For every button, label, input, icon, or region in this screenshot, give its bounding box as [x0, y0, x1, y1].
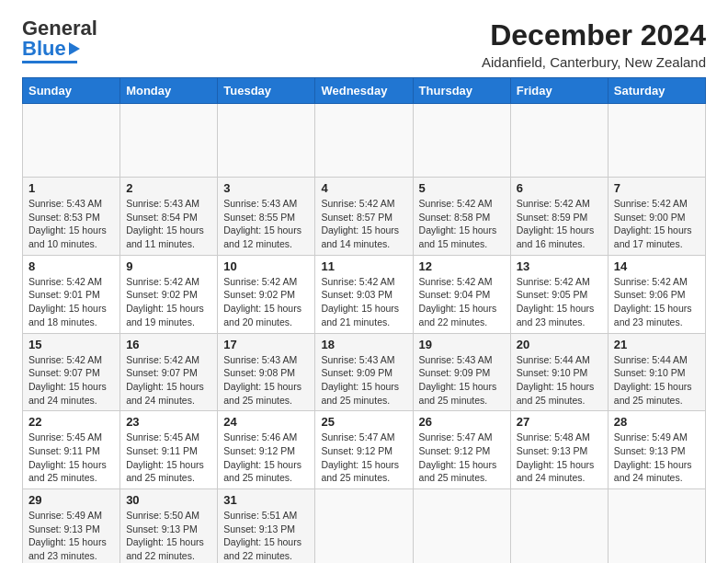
- calendar-cell: 7Sunrise: 5:42 AM Sunset: 9:00 PM Daylig…: [608, 178, 705, 256]
- calendar-cell: 26Sunrise: 5:47 AM Sunset: 9:12 PM Dayli…: [413, 411, 510, 489]
- calendar-cell: 6Sunrise: 5:42 AM Sunset: 8:59 PM Daylig…: [510, 178, 608, 256]
- day-number: 28: [614, 415, 700, 429]
- calendar-cell: 30Sunrise: 5:50 AM Sunset: 9:13 PM Dayli…: [120, 489, 218, 564]
- cell-content: Sunrise: 5:43 AM Sunset: 8:53 PM Dayligh…: [28, 197, 114, 251]
- day-number: 17: [223, 338, 309, 351]
- calendar-header-monday: Monday: [120, 78, 218, 104]
- calendar-cell: 10Sunrise: 5:42 AM Sunset: 9:02 PM Dayli…: [218, 255, 315, 333]
- cell-content: Sunrise: 5:43 AM Sunset: 9:09 PM Dayligh…: [321, 353, 406, 408]
- calendar-cell: 14Sunrise: 5:42 AM Sunset: 9:06 PM Dayli…: [608, 255, 705, 333]
- cell-content: Sunrise: 5:49 AM Sunset: 9:13 PM Dayligh…: [28, 509, 114, 563]
- calendar-cell: [413, 104, 510, 178]
- cell-content: Sunrise: 5:48 AM Sunset: 9:13 PM Dayligh…: [517, 431, 602, 485]
- calendar-header-sunday: Sunday: [23, 78, 120, 104]
- calendar-header-friday: Friday: [510, 78, 608, 104]
- day-number: 11: [321, 259, 406, 273]
- calendar-cell: 3Sunrise: 5:43 AM Sunset: 8:55 PM Daylig…: [218, 178, 315, 256]
- calendar-header-saturday: Saturday: [608, 78, 705, 104]
- day-number: 12: [419, 259, 505, 273]
- day-number: 29: [28, 493, 114, 507]
- calendar-week-row: 15Sunrise: 5:42 AM Sunset: 9:07 PM Dayli…: [23, 333, 706, 411]
- calendar-cell: 29Sunrise: 5:49 AM Sunset: 9:13 PM Dayli…: [23, 489, 120, 564]
- day-number: 20: [517, 338, 602, 351]
- day-number: 2: [126, 181, 211, 195]
- calendar-cell: 24Sunrise: 5:46 AM Sunset: 9:12 PM Dayli…: [218, 411, 315, 489]
- calendar-cell: 19Sunrise: 5:43 AM Sunset: 9:09 PM Dayli…: [413, 333, 510, 411]
- calendar-cell: [510, 104, 608, 178]
- cell-content: Sunrise: 5:44 AM Sunset: 9:10 PM Dayligh…: [614, 353, 700, 408]
- cell-content: Sunrise: 5:49 AM Sunset: 9:13 PM Dayligh…: [614, 431, 700, 485]
- cell-content: Sunrise: 5:42 AM Sunset: 9:07 PM Dayligh…: [126, 353, 211, 408]
- calendar-week-row: 1Sunrise: 5:43 AM Sunset: 8:53 PM Daylig…: [23, 178, 706, 256]
- cell-content: Sunrise: 5:47 AM Sunset: 9:12 PM Dayligh…: [419, 431, 505, 485]
- calendar-cell: 2Sunrise: 5:43 AM Sunset: 8:54 PM Daylig…: [120, 178, 218, 256]
- day-number: 3: [223, 181, 309, 195]
- logo-underline: [22, 61, 77, 63]
- calendar-week-row: 29Sunrise: 5:49 AM Sunset: 9:13 PM Dayli…: [23, 489, 706, 564]
- calendar-cell: 18Sunrise: 5:43 AM Sunset: 9:09 PM Dayli…: [315, 333, 413, 411]
- day-number: 25: [321, 415, 406, 429]
- calendar-cell: [608, 489, 705, 564]
- day-number: 18: [321, 338, 406, 351]
- cell-content: Sunrise: 5:43 AM Sunset: 9:08 PM Dayligh…: [223, 353, 309, 408]
- cell-content: Sunrise: 5:50 AM Sunset: 9:13 PM Dayligh…: [126, 509, 211, 563]
- day-number: 10: [223, 259, 309, 273]
- calendar-cell: 23Sunrise: 5:45 AM Sunset: 9:11 PM Dayli…: [120, 411, 218, 489]
- cell-content: Sunrise: 5:45 AM Sunset: 9:11 PM Dayligh…: [28, 431, 114, 485]
- cell-content: Sunrise: 5:42 AM Sunset: 9:05 PM Dayligh…: [517, 275, 602, 329]
- cell-content: Sunrise: 5:47 AM Sunset: 9:12 PM Dayligh…: [321, 431, 406, 485]
- calendar-cell: 21Sunrise: 5:44 AM Sunset: 9:10 PM Dayli…: [608, 333, 705, 411]
- day-number: 22: [28, 415, 114, 429]
- calendar-cell: 9Sunrise: 5:42 AM Sunset: 9:02 PM Daylig…: [120, 255, 218, 333]
- calendar-cell: [315, 489, 413, 564]
- calendar-cell: 16Sunrise: 5:42 AM Sunset: 9:07 PM Dayli…: [120, 333, 218, 411]
- header: General Blue December 2024 Aidanfield, C…: [22, 18, 706, 70]
- day-number: 24: [223, 415, 309, 429]
- calendar-cell: [120, 104, 218, 178]
- calendar-cell: 28Sunrise: 5:49 AM Sunset: 9:13 PM Dayli…: [608, 411, 705, 489]
- day-number: 9: [126, 259, 211, 273]
- location-title: Aidanfield, Canterbury, New Zealand: [482, 54, 706, 70]
- cell-content: Sunrise: 5:43 AM Sunset: 8:55 PM Dayligh…: [223, 197, 309, 251]
- calendar-cell: [218, 104, 315, 178]
- calendar-cell: 15Sunrise: 5:42 AM Sunset: 9:07 PM Dayli…: [23, 333, 120, 411]
- calendar-cell: 27Sunrise: 5:48 AM Sunset: 9:13 PM Dayli…: [510, 411, 608, 489]
- cell-content: Sunrise: 5:51 AM Sunset: 9:13 PM Dayligh…: [223, 509, 309, 563]
- calendar-table: SundayMondayTuesdayWednesdayThursdayFrid…: [22, 77, 706, 563]
- day-number: 16: [126, 338, 211, 351]
- day-number: 19: [419, 338, 505, 351]
- cell-content: Sunrise: 5:43 AM Sunset: 9:09 PM Dayligh…: [419, 353, 505, 408]
- cell-content: Sunrise: 5:42 AM Sunset: 9:03 PM Dayligh…: [321, 275, 406, 329]
- cell-content: Sunrise: 5:42 AM Sunset: 9:07 PM Dayligh…: [28, 353, 114, 408]
- calendar-cell: 12Sunrise: 5:42 AM Sunset: 9:04 PM Dayli…: [413, 255, 510, 333]
- logo-blue: Blue: [22, 39, 66, 59]
- cell-content: Sunrise: 5:44 AM Sunset: 9:10 PM Dayligh…: [517, 353, 602, 408]
- calendar-cell: 20Sunrise: 5:44 AM Sunset: 9:10 PM Dayli…: [510, 333, 608, 411]
- calendar-cell: [413, 489, 510, 564]
- day-number: 30: [126, 493, 211, 507]
- day-number: 6: [517, 181, 602, 195]
- logo-arrow-icon: [69, 42, 80, 55]
- cell-content: Sunrise: 5:42 AM Sunset: 8:59 PM Dayligh…: [517, 197, 602, 251]
- day-number: 14: [614, 259, 700, 273]
- cell-content: Sunrise: 5:42 AM Sunset: 8:58 PM Dayligh…: [419, 197, 505, 251]
- calendar-cell: [510, 489, 608, 564]
- calendar-cell: 5Sunrise: 5:42 AM Sunset: 8:58 PM Daylig…: [413, 178, 510, 256]
- calendar-header-tuesday: Tuesday: [218, 78, 315, 104]
- cell-content: Sunrise: 5:42 AM Sunset: 9:01 PM Dayligh…: [28, 275, 114, 329]
- calendar-week-row: [23, 104, 706, 178]
- calendar-week-row: 22Sunrise: 5:45 AM Sunset: 9:11 PM Dayli…: [23, 411, 706, 489]
- calendar-cell: 22Sunrise: 5:45 AM Sunset: 9:11 PM Dayli…: [23, 411, 120, 489]
- calendar-header-row: SundayMondayTuesdayWednesdayThursdayFrid…: [23, 78, 706, 104]
- calendar-cell: 13Sunrise: 5:42 AM Sunset: 9:05 PM Dayli…: [510, 255, 608, 333]
- cell-content: Sunrise: 5:42 AM Sunset: 9:06 PM Dayligh…: [614, 275, 700, 329]
- month-title: December 2024: [482, 18, 706, 52]
- cell-content: Sunrise: 5:45 AM Sunset: 9:11 PM Dayligh…: [126, 431, 211, 485]
- calendar-cell: [608, 104, 705, 178]
- calendar-cell: [23, 104, 120, 178]
- calendar-cell: 11Sunrise: 5:42 AM Sunset: 9:03 PM Dayli…: [315, 255, 413, 333]
- day-number: 8: [28, 259, 114, 273]
- logo-general: General: [22, 18, 97, 39]
- day-number: 4: [321, 181, 406, 195]
- calendar-cell: 4Sunrise: 5:42 AM Sunset: 8:57 PM Daylig…: [315, 178, 413, 256]
